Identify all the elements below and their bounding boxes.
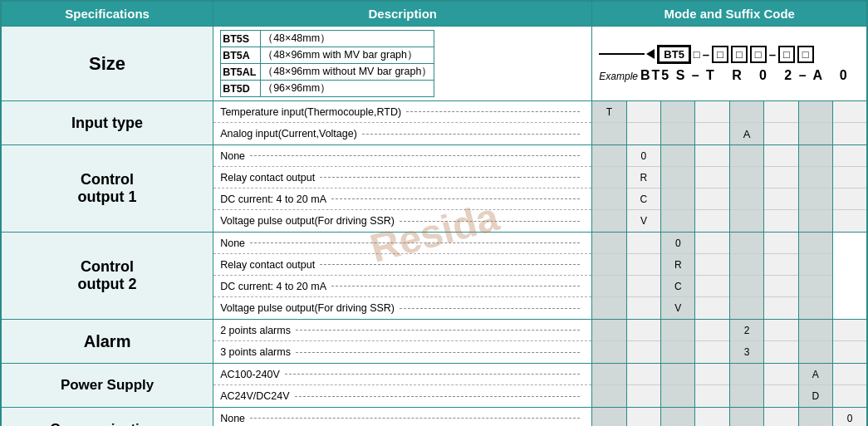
- power-supply-row: Power Supply AC100-240V AC24V/DC24V: [1, 364, 867, 408]
- co2-opt-1: Relay contact output: [213, 254, 591, 276]
- co1-0-2: [661, 189, 694, 210]
- co2-col2: [626, 233, 660, 320]
- example-code: BT5 S – T R 0 2 – A 0: [640, 68, 849, 83]
- alarm-label: Alarm: [1, 320, 213, 364]
- co1-text-3: Voltage pulse output(For driving SSR): [220, 215, 395, 227]
- co1-R-col: 0 R C V: [626, 145, 660, 233]
- size-model-row-1: BT5A （48×96mm with MV bar graph）: [221, 47, 434, 64]
- input-dashes-1: [362, 134, 580, 135]
- co1-dashes-3: [400, 221, 580, 222]
- ps-c4: [695, 364, 729, 408]
- co2-dashes-0: [250, 242, 580, 243]
- power-supply-options: AC100-240V AC24V/DC24V: [213, 364, 592, 408]
- ps-c1: [592, 364, 626, 408]
- size-model-row-0: BT5S （48×48mm）: [221, 31, 434, 47]
- alarm-c6: [764, 320, 798, 364]
- co2-dashes-2: [331, 286, 580, 286]
- co1-0-col: [661, 145, 695, 233]
- model-name-3: BT5D: [221, 81, 261, 97]
- size-label: Size: [1, 27, 213, 101]
- input-opt-text-1: Analog input(Current,Voltage): [220, 128, 357, 140]
- input-0-1: [661, 123, 694, 144]
- input-A-0: [730, 101, 763, 123]
- ps-opt-1: AC24V/DC24V: [213, 385, 591, 407]
- comm-c5: [729, 408, 763, 427]
- comm-code-col: 0: [833, 408, 867, 427]
- header-row: Specifications Description Mode and Suff…: [1, 1, 867, 27]
- input-R-1: [627, 123, 660, 144]
- alarm-c2: [626, 320, 660, 364]
- ps-text-0: AC100-240V: [220, 369, 280, 380]
- alarm-opt-1: 3 points alarms: [213, 341, 591, 363]
- ps-c5: [729, 364, 763, 408]
- alarm-dashes-1: [296, 352, 580, 353]
- co1-R-2: C: [627, 189, 660, 210]
- input-e1-1: [799, 123, 832, 144]
- control-output1-options: None Relay contact output DC current: 4 …: [213, 145, 592, 233]
- comm-c1: [592, 408, 626, 427]
- input-col-extra1: [798, 101, 832, 145]
- control-output1-label: Control output 1: [1, 145, 213, 233]
- model-name-2: BT5AL: [221, 64, 261, 81]
- comm-c4: [695, 408, 729, 427]
- example-label: Example: [599, 71, 638, 82]
- input-dashes-0: [406, 111, 580, 112]
- ps-c6: [764, 364, 798, 408]
- model-name-0: BT5S: [221, 31, 261, 47]
- specs-header: Specifications: [1, 1, 213, 27]
- control-output2-row: Control output 2 None Relay contact outp…: [1, 233, 867, 320]
- ps-code-1: D: [799, 385, 832, 407]
- communications-row: Communications None RS485(with Modbus ma…: [1, 408, 867, 427]
- model-dim-1: （48×96mm with MV bar graph）: [261, 47, 434, 64]
- comm-dashes-0: [250, 418, 580, 419]
- code-box-5: □: [778, 46, 795, 63]
- alarm-c1: [592, 320, 626, 364]
- co2-dashes-1: [320, 264, 580, 265]
- input-col-extra2: [833, 101, 867, 145]
- co2-col6: [764, 233, 798, 320]
- alarm-dashes-0: [296, 330, 580, 331]
- co1-last2: [798, 145, 832, 233]
- input-col-A: A: [729, 101, 763, 145]
- co2-code-0: 0: [661, 233, 694, 254]
- alarm-c3: [661, 320, 695, 364]
- alarm-opt-0: 2 points alarms: [213, 320, 591, 341]
- co1-0-1: [661, 167, 694, 189]
- co1-text-0: None: [220, 150, 245, 162]
- input-col-R: [626, 101, 660, 145]
- co1-T-1: [592, 167, 625, 189]
- input-e1-0: [799, 101, 832, 123]
- size-row: Size BT5S （48×48mm） BT5A （48×96mm with M…: [1, 27, 867, 101]
- ps-code-col: A D: [798, 364, 832, 408]
- alarm-options: 2 points alarms 3 points alarms: [213, 320, 592, 364]
- input-code-T-1: [592, 123, 625, 144]
- co1-R-1: R: [627, 167, 660, 189]
- comm-c3: [661, 408, 695, 427]
- ps-text-1: AC24V/DC24V: [220, 390, 289, 402]
- co2-text-2: DC current: 4 to 20 mA: [220, 281, 326, 292]
- input-2-0: [695, 101, 728, 123]
- ps-opt-0: AC100-240V: [213, 364, 591, 385]
- communications-options: None RS485(with Modbus master function): [213, 408, 592, 427]
- comm-c2: [626, 408, 660, 427]
- co1-0-3: [661, 210, 694, 232]
- comm-c6: [764, 408, 798, 427]
- input-0-0: [661, 101, 694, 123]
- alarm-c7: [798, 320, 832, 364]
- input-col-0: [661, 101, 695, 145]
- co2-col1: [592, 233, 626, 320]
- co1-opt-2: DC current: 4 to 20 mA: [213, 189, 591, 210]
- input-code-T-0: T: [592, 101, 625, 123]
- co2-opt-3: Voltage pulse output(For driving SSR): [213, 297, 591, 319]
- ps-dashes-1: [295, 396, 581, 397]
- co1-dashes-2: [331, 198, 580, 199]
- sep1: –: [703, 47, 709, 61]
- communications-label: Communications: [1, 408, 213, 427]
- ps-c3: [661, 364, 695, 408]
- alarm-code-0: 2: [730, 320, 763, 341]
- co2-col7: [798, 233, 832, 320]
- co1-opt-0: None: [213, 145, 591, 167]
- mode-header: Mode and Suffix Code: [592, 1, 867, 27]
- input-R-0: [627, 101, 660, 123]
- alarm-text-0: 2 points alarms: [220, 325, 291, 336]
